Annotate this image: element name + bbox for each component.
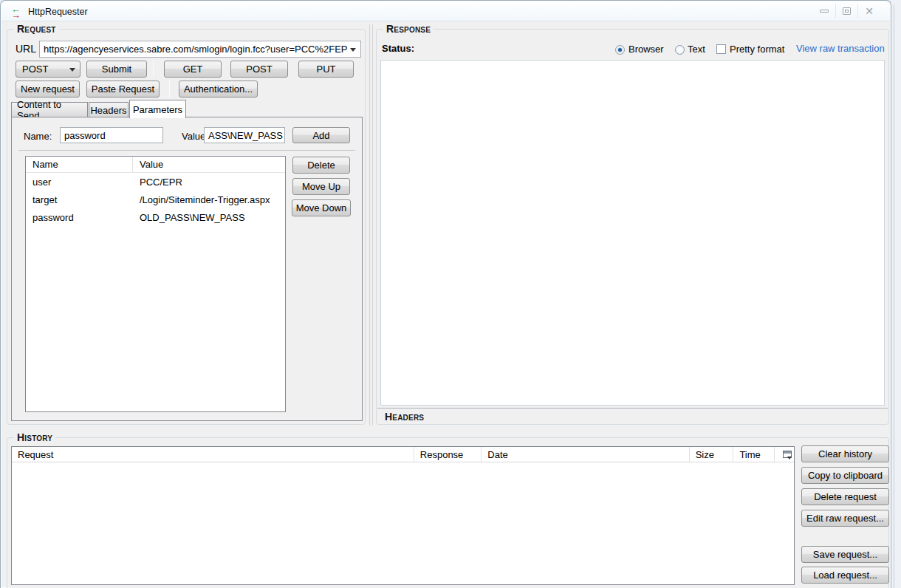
divider [18, 150, 355, 151]
pretty-format-checkbox[interactable] [716, 44, 726, 54]
save-request-button[interactable]: Save request... [801, 546, 889, 563]
parameters-table-header[interactable]: Name Value [26, 157, 285, 173]
move-down-button[interactable]: Move Down [292, 199, 351, 216]
paste-request-button[interactable]: Paste Request [86, 81, 160, 98]
table-row[interactable]: user PCC/EPR [26, 173, 285, 191]
column-header-size[interactable]: Size [690, 447, 734, 462]
response-content-area[interactable] [380, 60, 885, 406]
url-value: https://agencyeservices.sabre.com/smlogi… [44, 44, 348, 55]
param-row-value: PCC/EPR [134, 177, 182, 188]
tab-headers[interactable]: Headers [89, 102, 129, 117]
method-dropdown-arrow [69, 68, 75, 72]
history-section-label: History [14, 431, 55, 443]
panel-splitter[interactable] [369, 24, 370, 425]
browser-radio[interactable] [615, 45, 625, 55]
url-combobox[interactable]: https://agencyeservices.sabre.com/smlogi… [39, 41, 361, 58]
param-name-label: Name: [24, 131, 52, 142]
column-header-request[interactable]: Request [12, 447, 414, 462]
post-button[interactable]: POST [230, 61, 288, 78]
param-row-value: /Login/Siteminder-Trigger.aspx [134, 194, 270, 205]
column-picker-button[interactable] [775, 447, 794, 462]
maximize-button[interactable] [835, 4, 857, 18]
status-label: Status: [382, 43, 414, 54]
column-header-date[interactable]: Date [482, 447, 689, 462]
param-value-value: ASS\NEW_PASS [208, 130, 283, 141]
edit-raw-request-button[interactable]: Edit raw request... [801, 510, 889, 527]
text-radio[interactable] [675, 45, 685, 55]
new-request-button[interactable]: New request [16, 81, 80, 98]
param-row-name: target [26, 194, 134, 205]
history-table[interactable]: Request Response Date Size Time [11, 446, 795, 585]
tab-parameters[interactable]: Parameters [129, 100, 186, 118]
delete-param-button[interactable]: Delete [292, 157, 350, 174]
param-value-input[interactable]: ASS\NEW_PASS [204, 127, 285, 143]
maximize-icon [843, 7, 851, 15]
put-button[interactable]: PUT [298, 61, 354, 78]
response-section-label: Response [383, 23, 434, 35]
pretty-format-label[interactable]: Pretty format [730, 44, 784, 55]
app-icon: ←→ [11, 5, 24, 18]
move-up-button[interactable]: Move Up [292, 178, 350, 195]
title-bar[interactable]: ←→ HttpRequester ✕ [1, 1, 890, 21]
divider [377, 408, 888, 408]
copy-to-clipboard-button[interactable]: Copy to clipboard [801, 467, 889, 484]
load-request-button[interactable]: Load request... [801, 567, 889, 584]
submit-button[interactable]: Submit [86, 61, 147, 78]
column-picker-icon [783, 451, 792, 458]
window-right-edge [894, 4, 894, 588]
toolbar-separator [153, 60, 154, 78]
panel-splitter[interactable] [372, 24, 373, 425]
column-header-time[interactable]: Time [733, 447, 775, 462]
response-headers-label: Headers [382, 411, 427, 423]
url-label: URL [16, 43, 36, 55]
close-button[interactable]: ✕ [857, 4, 880, 18]
table-row[interactable]: target /Login/Siteminder-Trigger.aspx [26, 191, 285, 208]
window-title: HttpRequester [28, 7, 88, 17]
column-header-name[interactable]: Name [26, 157, 133, 172]
request-section-label: Request [14, 23, 59, 35]
minimize-icon [820, 10, 829, 13]
url-dropdown-arrow[interactable] [350, 48, 356, 52]
column-header-value[interactable]: Value [133, 159, 163, 170]
param-name-value: password [64, 130, 106, 141]
method-selected: POST [22, 64, 48, 75]
close-icon: ✕ [865, 5, 873, 17]
table-row[interactable]: password OLD_PASS\NEW_PASS [26, 208, 285, 226]
add-button[interactable]: Add [292, 127, 350, 143]
param-name-input[interactable]: password [60, 127, 163, 143]
minimize-button[interactable] [813, 4, 835, 18]
param-row-value: OLD_PASS\NEW_PASS [134, 212, 245, 223]
method-select[interactable]: POST [16, 61, 80, 78]
history-table-header[interactable]: Request Response Date Size Time [12, 447, 794, 462]
desktop-strip [891, 0, 901, 588]
parameters-table[interactable]: Name Value user PCC/EPR target /Login/Si… [25, 156, 286, 412]
toolbar-separator [169, 80, 170, 98]
authentication-button[interactable]: Authentication... [179, 81, 258, 98]
param-row-name: user [26, 177, 134, 188]
text-radio-label[interactable]: Text [688, 44, 705, 55]
delete-request-button[interactable]: Delete request [801, 488, 889, 505]
clear-history-button[interactable]: Clear history [801, 445, 889, 462]
tab-content-to-send[interactable]: Content to Send [11, 102, 88, 117]
get-button[interactable]: GET [164, 61, 222, 78]
param-row-name: password [26, 212, 134, 223]
view-raw-transaction-link[interactable]: View raw transaction [796, 43, 885, 54]
browser-radio-label[interactable]: Browser [628, 44, 664, 55]
column-header-response[interactable]: Response [414, 447, 482, 462]
app-window: ←→ HttpRequester ✕ Request URL https://a… [0, 0, 891, 588]
